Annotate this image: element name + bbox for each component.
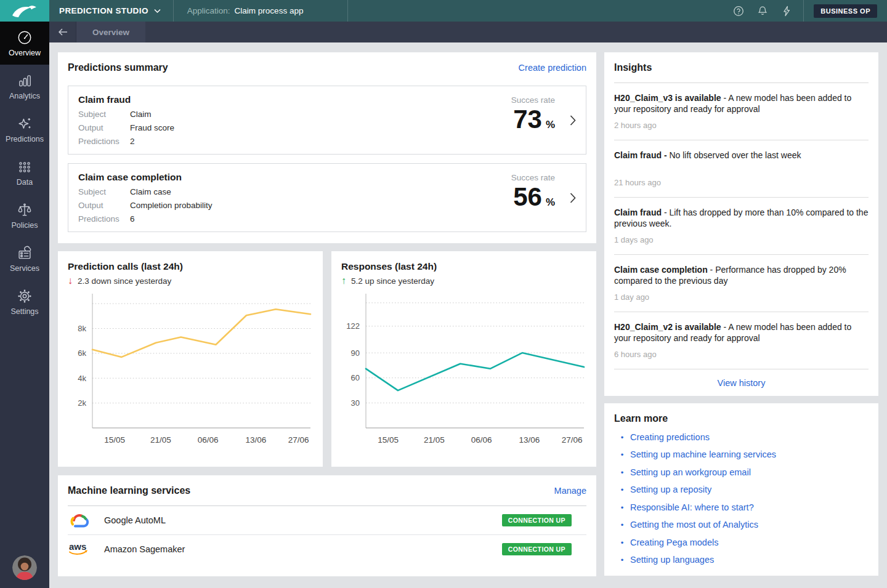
field-label: Predictions (78, 137, 130, 146)
bullet-icon (614, 432, 630, 443)
arrow-down-icon: ↓ (68, 275, 73, 286)
svg-text:aws: aws (69, 541, 86, 552)
connection-status-badge: CONNECTION UP (502, 543, 572, 555)
learn-more-panel: Learn more Creating predictions Setting … (604, 403, 878, 576)
application-name: Claim process app (235, 6, 304, 15)
sidebar-item-label: Policies (11, 221, 38, 230)
insight-bold: Claim case completion (614, 265, 708, 275)
insight-bold: Claim fraud - (614, 150, 667, 160)
insight-item: Claim fraud - No lift observed over the … (614, 140, 869, 198)
predictions-summary-panel: Predictions summary Create prediction Cl… (58, 52, 596, 243)
top-bar: PREDICTION STUDIO Application: Claim pro… (0, 0, 887, 22)
ml-service-name: Google AutoML (104, 515, 166, 525)
learn-link[interactable]: Responsible AI: where to start? (630, 502, 754, 512)
insight-item: Claim fraud - Lift has dropped by more t… (614, 198, 869, 255)
create-prediction-link[interactable]: Create prediction (519, 63, 586, 73)
prediction-name: Claim case completion (78, 172, 511, 183)
learn-link-row: Creating predictions (614, 432, 869, 442)
topbar-divider (803, 0, 804, 22)
gauge-icon (17, 30, 33, 46)
field-value: Fraud score (130, 123, 174, 132)
prediction-card-claim-case-completion[interactable]: Claim case completion SubjectClaim case … (68, 163, 586, 232)
ml-service-row-aws[interactable]: aws Amazon Sagemaker CONNECTION UP (68, 534, 586, 563)
sidebar-item-label: Analytics (9, 92, 40, 100)
manage-link[interactable]: Manage (554, 486, 586, 496)
sidebar-item-services[interactable]: Services (0, 237, 49, 280)
responses-panel: Responses (last 24h) ↑ 5.2 up since yest… (331, 251, 596, 467)
insights-panel: Insights H20_Claim_v3 is available - A n… (604, 52, 878, 396)
user-avatar[interactable] (12, 555, 37, 580)
learn-link[interactable]: Setting up an workgroup email (630, 467, 751, 477)
studio-switcher[interactable]: PREDICTION STUDIO (49, 0, 173, 22)
learn-link[interactable]: Getting the most out of Analytics (630, 520, 758, 530)
field-value: Completion probability (130, 201, 213, 210)
notifications-bell-icon[interactable] (756, 4, 769, 18)
prediction-name: Claim fraud (78, 94, 511, 105)
tab-overview[interactable]: Overview (76, 22, 145, 42)
learn-link[interactable]: Setting up machine learning services (630, 449, 776, 459)
insight-timestamp: 2 hours ago (614, 121, 869, 130)
svg-text:15/05: 15/05 (104, 435, 125, 445)
svg-text:6k: 6k (78, 348, 86, 358)
learn-link[interactable]: Setting up a reposity (630, 485, 711, 494)
field-label: Subject (78, 187, 130, 196)
sidebar-item-settings[interactable]: Settings (0, 280, 49, 323)
learn-link-row: Setting up machine learning services (614, 449, 869, 459)
scales-icon (17, 202, 33, 218)
svg-text:15/05: 15/05 (378, 435, 399, 445)
bullet-icon (614, 502, 630, 513)
help-icon[interactable] (732, 4, 745, 18)
learn-link-row: Setting up an workgroup email (614, 467, 869, 477)
field-value: Claim case (130, 187, 171, 196)
back-arrow-icon (57, 27, 68, 37)
sidebar-item-predictions[interactable]: Predictions (0, 108, 49, 151)
insight-bold: H20_Claim_v3 is available (614, 93, 721, 103)
learn-link-row: Setting up a reposity (614, 485, 869, 494)
field-label: Predictions (78, 214, 130, 224)
learn-link-row: Getting the most out of Analytics (614, 520, 869, 530)
chevron-right-icon[interactable] (570, 193, 576, 203)
success-rate-unit: % (546, 196, 555, 208)
sidebar-item-overview[interactable]: Overview (0, 22, 49, 65)
ml-services-title: Machine learning services (68, 485, 190, 496)
svg-text:60: 60 (351, 373, 360, 382)
sidebar-item-data[interactable]: Data (0, 151, 49, 194)
learn-link[interactable]: Setting up languages (630, 555, 714, 565)
back-button[interactable] (49, 22, 76, 42)
chevron-right-icon[interactable] (570, 115, 576, 126)
pega-logo[interactable] (0, 0, 49, 22)
ml-services-panel: Machine learning services Manage Google … (58, 475, 596, 576)
responses-delta: 5.2 up since yesterday (351, 276, 434, 286)
avatar-image (12, 555, 37, 580)
topbar-divider (173, 0, 174, 22)
insight-item: H20_Claim_v2 is available - A new model … (614, 312, 869, 369)
studio-title: PREDICTION STUDIO (59, 6, 148, 15)
sidebar-item-policies[interactable]: Policies (0, 194, 49, 237)
learn-link[interactable]: Creating Pega models (630, 538, 718, 547)
learn-link[interactable]: Creating predictions (630, 432, 710, 442)
field-value: 6 (130, 214, 135, 224)
field-label: Subject (78, 110, 130, 119)
bullet-icon (614, 519, 630, 530)
main-content: Predictions summary Create prediction Cl… (58, 52, 878, 576)
dots-grid-icon (17, 159, 33, 175)
success-rate-value: 56 (513, 182, 542, 211)
topbar-divider (347, 0, 348, 22)
sidebar-item-label: Overview (9, 49, 41, 57)
svg-text:2k: 2k (78, 398, 86, 408)
svg-text:13/06: 13/06 (519, 435, 540, 445)
success-rate-value: 73 (513, 105, 542, 134)
sidebar-item-analytics[interactable]: Analytics (0, 65, 49, 108)
bullet-icon (614, 537, 630, 548)
operator-badge-button[interactable]: BUSINESS OP (814, 4, 877, 18)
insight-bold: H20_Claim_v2 is available (614, 322, 721, 332)
insights-title: Insights (614, 62, 869, 73)
success-rate-label: Succes rate (511, 95, 555, 105)
view-history-link[interactable]: View history (718, 378, 766, 388)
svg-text:90: 90 (351, 348, 360, 358)
prediction-card-claim-fraud[interactable]: Claim fraud SubjectClaim OutputFraud sco… (68, 86, 586, 155)
svg-text:8k: 8k (78, 324, 86, 333)
prediction-calls-panel: Prediction calls (last 24h) ↓ 2.3 down s… (58, 251, 323, 467)
flash-icon[interactable] (780, 4, 793, 18)
ml-service-row-google[interactable]: Google AutoML CONNECTION UP (68, 505, 586, 534)
